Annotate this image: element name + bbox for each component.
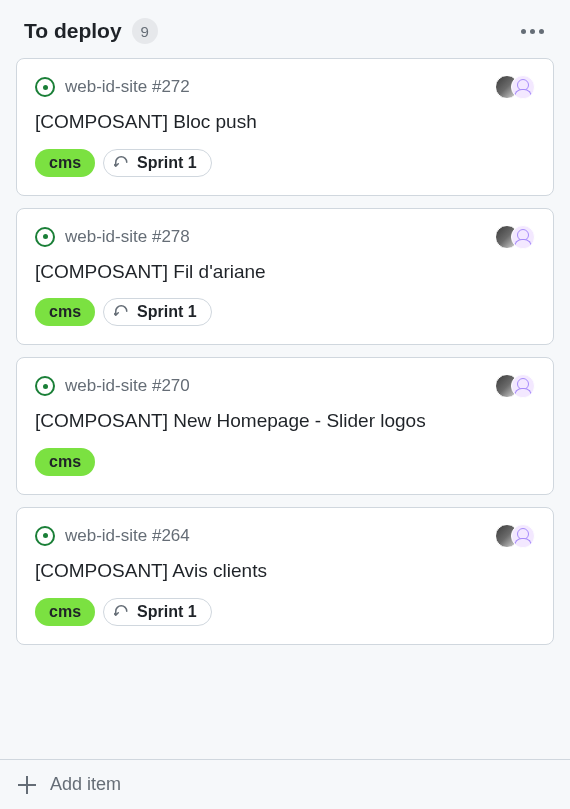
cms-label[interactable]: cms — [35, 149, 95, 177]
issue-card[interactable]: web-id-site #270 [COMPOSANT] New Homepag… — [16, 357, 554, 495]
add-item-button[interactable]: Add item — [0, 759, 570, 809]
labels-row: cms Sprint 1 — [35, 598, 535, 626]
avatar — [511, 374, 535, 398]
repo-reference[interactable]: web-id-site #272 — [65, 77, 190, 97]
cms-label[interactable]: cms — [35, 298, 95, 326]
open-issue-icon — [35, 376, 55, 396]
issue-title[interactable]: [COMPOSANT] Avis clients — [35, 558, 535, 584]
kebab-icon — [530, 29, 535, 34]
card-meta: web-id-site #278 — [35, 227, 190, 247]
issue-card[interactable]: web-id-site #264 [COMPOSANT] Avis client… — [16, 507, 554, 645]
card-header: web-id-site #264 — [35, 524, 535, 548]
iteration-icon — [114, 155, 130, 171]
cms-label[interactable]: cms — [35, 598, 95, 626]
card-meta: web-id-site #264 — [35, 526, 190, 546]
repo-reference[interactable]: web-id-site #278 — [65, 227, 190, 247]
sprint-label[interactable]: Sprint 1 — [103, 598, 212, 626]
iteration-icon — [114, 304, 130, 320]
avatar — [511, 524, 535, 548]
issue-title[interactable]: [COMPOSANT] Fil d'ariane — [35, 259, 535, 285]
card-header: web-id-site #278 — [35, 225, 535, 249]
open-issue-icon — [35, 526, 55, 546]
cards-list: web-id-site #272 [COMPOSANT] Bloc push c… — [8, 58, 562, 801]
assignees[interactable] — [495, 374, 535, 398]
card-meta: web-id-site #270 — [35, 376, 190, 396]
repo-reference[interactable]: web-id-site #264 — [65, 526, 190, 546]
open-issue-icon — [35, 227, 55, 247]
assignees[interactable] — [495, 524, 535, 548]
cms-label[interactable]: cms — [35, 448, 95, 476]
sprint-label[interactable]: Sprint 1 — [103, 149, 212, 177]
add-item-label: Add item — [50, 774, 121, 795]
card-meta: web-id-site #272 — [35, 77, 190, 97]
sprint-text: Sprint 1 — [137, 303, 197, 321]
column-title-wrap: To deploy 9 — [24, 18, 158, 44]
assignees[interactable] — [495, 225, 535, 249]
labels-row: cms Sprint 1 — [35, 149, 535, 177]
kebab-icon — [521, 29, 526, 34]
sprint-text: Sprint 1 — [137, 154, 197, 172]
avatar — [511, 225, 535, 249]
column-title: To deploy — [24, 19, 122, 43]
repo-reference[interactable]: web-id-site #270 — [65, 376, 190, 396]
count-badge: 9 — [132, 18, 158, 44]
column-header: To deploy 9 — [8, 8, 562, 58]
sprint-text: Sprint 1 — [137, 603, 197, 621]
open-issue-icon — [35, 77, 55, 97]
avatar — [511, 75, 535, 99]
plus-icon — [18, 776, 36, 794]
card-header: web-id-site #272 — [35, 75, 535, 99]
iteration-icon — [114, 604, 130, 620]
kanban-column: To deploy 9 web-id-site #272 [COMPOSANT]… — [0, 0, 570, 809]
assignees[interactable] — [495, 75, 535, 99]
card-header: web-id-site #270 — [35, 374, 535, 398]
issue-title[interactable]: [COMPOSANT] New Homepage - Slider logos — [35, 408, 535, 434]
issue-card[interactable]: web-id-site #278 [COMPOSANT] Fil d'arian… — [16, 208, 554, 346]
issue-card[interactable]: web-id-site #272 [COMPOSANT] Bloc push c… — [16, 58, 554, 196]
sprint-label[interactable]: Sprint 1 — [103, 298, 212, 326]
kebab-icon — [539, 29, 544, 34]
column-menu-button[interactable] — [515, 23, 550, 40]
labels-row: cms — [35, 448, 535, 476]
issue-title[interactable]: [COMPOSANT] Bloc push — [35, 109, 535, 135]
labels-row: cms Sprint 1 — [35, 298, 535, 326]
